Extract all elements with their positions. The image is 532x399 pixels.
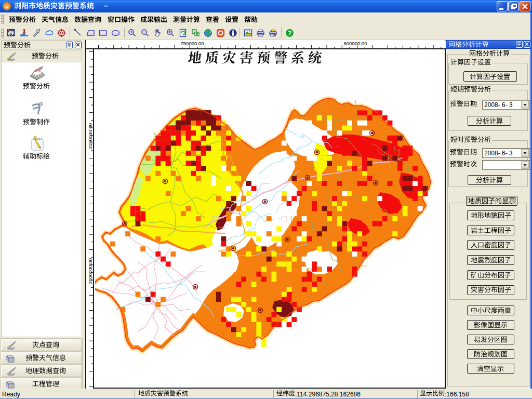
svg-text:800000.00: 800000.00: [344, 41, 367, 46]
svg-text:3100000.00: 3100000.00: [87, 258, 93, 284]
svg-text:dy: dy: [5, 4, 9, 9]
svg-text:750000.00: 750000.00: [181, 41, 204, 46]
svg-text:?: ?: [288, 30, 292, 37]
svg-text:3150000.00: 3150000.00: [87, 123, 93, 149]
